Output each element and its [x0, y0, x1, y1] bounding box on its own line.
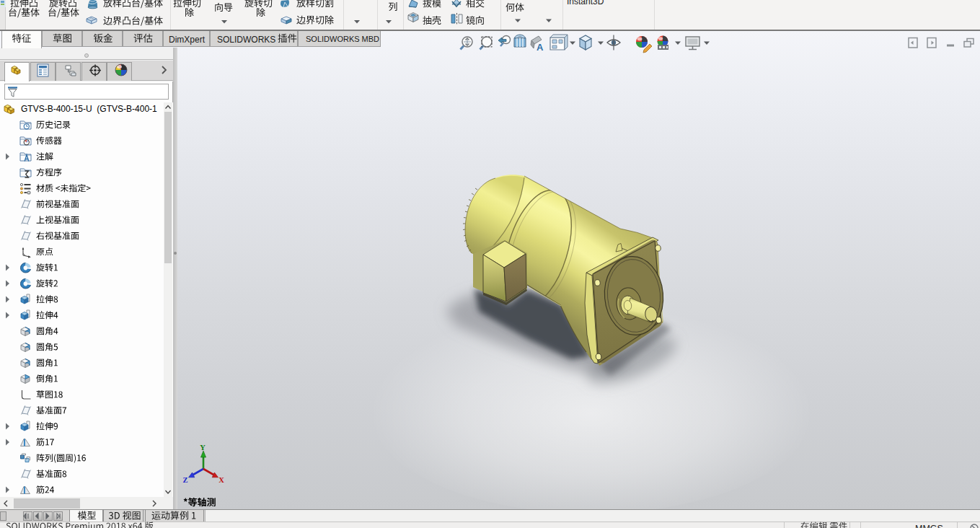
svg-text:A: A: [537, 42, 544, 53]
svg-text:Z: Z: [182, 476, 187, 484]
svg-text:X: X: [218, 476, 224, 484]
svg-text:Y: Y: [200, 444, 206, 452]
